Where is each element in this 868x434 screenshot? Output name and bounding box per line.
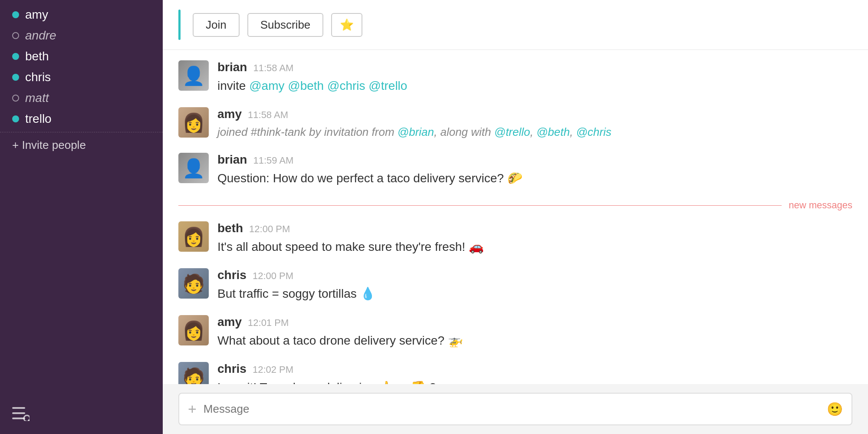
emoji-button[interactable]: 🙂: [827, 401, 843, 417]
status-dot-beth: [12, 53, 19, 60]
message-author: amy: [217, 107, 242, 121]
message-content: brian 11:58 AM invite @amy @beth @chris …: [217, 60, 852, 95]
channel-header: Join Subscribe ⭐: [163, 0, 868, 50]
new-messages-line: [178, 205, 782, 206]
avatar-chris2: 🧑: [178, 362, 209, 384]
sidebar-item-beth[interactable]: beth: [0, 46, 163, 67]
svg-rect-0: [12, 407, 25, 409]
message-author: chris: [217, 362, 247, 376]
sidebar-item-chris[interactable]: chris: [0, 67, 163, 88]
subscribe-button[interactable]: Subscribe: [247, 13, 324, 37]
invite-people-button[interactable]: + Invite people: [0, 132, 163, 158]
sidebar-label-beth: beth: [25, 49, 49, 63]
join-button[interactable]: Join: [193, 13, 240, 37]
message-author: brian: [217, 153, 247, 167]
message-header: beth 12:00 PM: [217, 221, 852, 235]
message-time: 12:01 PM: [248, 317, 289, 329]
messages-list: 👤 brian 11:58 AM invite @amy @beth @chri…: [163, 50, 868, 384]
mention-trello2[interactable]: @trello: [494, 125, 530, 138]
mention-beth[interactable]: @beth: [288, 79, 324, 92]
message-row: 👩 beth 12:00 PM It's all about speed to …: [178, 221, 852, 256]
sidebar-item-matt[interactable]: matt: [0, 88, 163, 108]
message-content: amy 11:58 AM joined #think-tank by invit…: [217, 107, 852, 141]
input-area: + 🙂: [163, 384, 868, 434]
message-time: 11:59 AM: [253, 155, 293, 166]
message-header: chris 12:02 PM: [217, 362, 852, 376]
channel-border: [178, 10, 181, 40]
new-messages-label: new messages: [789, 200, 852, 211]
message-time: 12:00 PM: [253, 270, 293, 282]
message-author: beth: [217, 221, 243, 235]
attach-button[interactable]: +: [188, 401, 197, 418]
message-row: 🧑 chris 12:00 PM But traffic = soggy tor…: [178, 268, 852, 303]
status-dot-matt: [12, 95, 19, 102]
message-text: But traffic = soggy tortillas 💧: [217, 285, 852, 303]
sidebar-bottom: [0, 398, 163, 430]
mention-amy[interactable]: @amy: [249, 79, 284, 92]
message-text: Love it! Taco drone deliveries 👍 or 👎 ?: [217, 378, 852, 384]
message-header: amy 12:01 PM: [217, 315, 852, 329]
message-time: 11:58 AM: [253, 62, 293, 74]
mention-chris2[interactable]: @chris: [576, 125, 611, 138]
mention-beth2[interactable]: @beth: [536, 125, 570, 138]
sidebar-item-amy[interactable]: amy: [0, 4, 163, 25]
message-row: 🧑 chris 12:02 PM Love it! Taco drone del…: [178, 362, 852, 384]
sidebar-label-trello: trello: [25, 112, 52, 126]
sidebar-item-andre[interactable]: andre: [0, 25, 163, 46]
svg-line-4: [29, 420, 30, 421]
message-content: chris 12:02 PM Love it! Taco drone deliv…: [217, 362, 852, 384]
status-dot-trello: [12, 115, 19, 122]
sidebar-label-chris: chris: [25, 70, 51, 84]
star-button[interactable]: ⭐: [331, 13, 362, 37]
message-text: It's all about speed to make sure they'r…: [217, 238, 852, 256]
message-content: chris 12:00 PM But traffic = soggy torti…: [217, 268, 852, 303]
mention-brian[interactable]: @brian: [398, 125, 434, 138]
message-header: amy 11:58 AM: [217, 107, 852, 121]
message-author: amy: [217, 315, 242, 329]
sidebar-label-amy: amy: [25, 8, 48, 22]
message-row: 👤 brian 11:59 AM Question: How do we per…: [178, 153, 852, 187]
star-icon: ⭐: [340, 18, 354, 31]
message-input[interactable]: [204, 402, 820, 416]
message-author: chris: [217, 268, 247, 282]
message-text-join: joined #think-tank by invitation from @b…: [217, 124, 852, 141]
message-time: 12:02 PM: [253, 364, 293, 375]
new-messages-divider: new messages: [178, 200, 852, 211]
avatar-amy: 👩: [178, 107, 209, 138]
status-dot-amy: [12, 11, 19, 18]
message-input-box: + 🙂: [178, 393, 852, 425]
message-content: brian 11:59 AM Question: How do we perfe…: [217, 153, 852, 187]
message-row: 👩 amy 11:58 AM joined #think-tank by inv…: [178, 107, 852, 141]
message-text: What about a taco drone delivery service…: [217, 332, 852, 350]
sidebar-item-trello[interactable]: trello: [0, 108, 163, 129]
message-author: brian: [217, 60, 247, 74]
message-row: 👤 brian 11:58 AM invite @amy @beth @chri…: [178, 60, 852, 95]
message-header: chris 12:00 PM: [217, 268, 852, 282]
svg-rect-1: [12, 412, 25, 414]
avatar-brian2: 👤: [178, 153, 209, 183]
message-content: beth 12:00 PM It's all about speed to ma…: [217, 221, 852, 256]
message-row: 👩 amy 12:01 PM What about a taco drone d…: [178, 315, 852, 350]
sidebar: amy andre beth chris matt trello + Invit…: [0, 0, 163, 434]
mention-trello[interactable]: @trello: [368, 79, 407, 92]
status-dot-andre: [12, 32, 19, 39]
sidebar-label-andre: andre: [25, 29, 56, 43]
search-list-icon[interactable]: [12, 407, 151, 421]
avatar-amy2: 👩: [178, 315, 209, 345]
message-header: brian 11:59 AM: [217, 153, 852, 167]
avatar-beth: 👩: [178, 221, 209, 252]
message-time: 12:00 PM: [249, 224, 290, 235]
sidebar-label-matt: matt: [25, 91, 49, 105]
message-text: invite @amy @beth @chris @trello: [217, 77, 852, 95]
main-chat: Join Subscribe ⭐ 👤 brian 11:58 AM invite…: [163, 0, 868, 434]
avatar-chris: 🧑: [178, 268, 209, 299]
message-content: amy 12:01 PM What about a taco drone del…: [217, 315, 852, 350]
message-text: Question: How do we perfect a taco deliv…: [217, 169, 852, 187]
avatar-brian: 👤: [178, 60, 209, 91]
mention-chris[interactable]: @chris: [327, 79, 365, 92]
invite-people-label: + Invite people: [12, 138, 86, 152]
status-dot-chris: [12, 74, 19, 81]
message-time: 11:58 AM: [248, 109, 288, 121]
message-header: brian 11:58 AM: [217, 60, 852, 74]
